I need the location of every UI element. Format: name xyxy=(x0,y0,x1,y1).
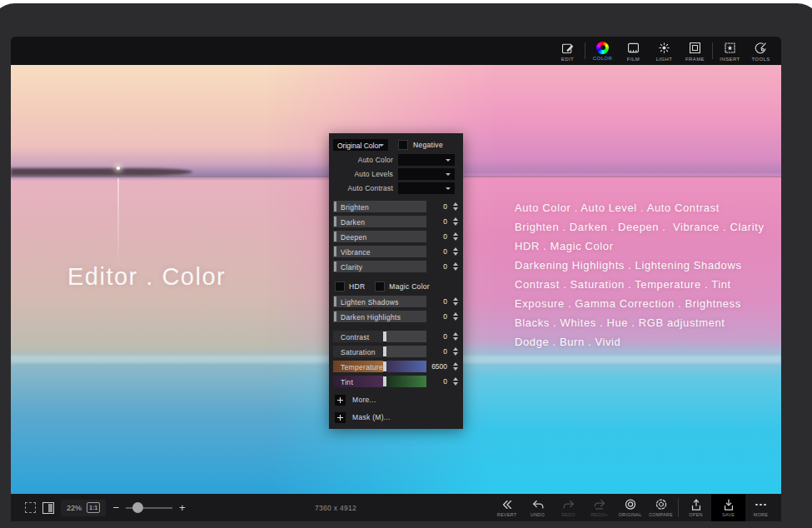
slider-value: 0 xyxy=(426,332,451,341)
split-view-icon[interactable] xyxy=(42,502,54,514)
zoom-slider-handle[interactable] xyxy=(132,502,143,513)
hdr-label: HDR xyxy=(349,282,365,291)
more-options-button[interactable]: MORE xyxy=(745,494,776,521)
revert-icon xyxy=(500,498,515,511)
auto-contrast-dropdown[interactable] xyxy=(398,182,455,194)
slider-label: Vibrance xyxy=(341,248,371,257)
temperature-slider[interactable]: Temperature xyxy=(333,361,426,372)
ellipsis-icon xyxy=(755,498,766,511)
clarity-slider[interactable]: Clarity xyxy=(333,261,426,272)
redo-plus-icon xyxy=(592,498,607,511)
contrast-slider[interactable]: Contrast xyxy=(333,331,426,342)
vibrance-stepper[interactable] xyxy=(451,247,459,256)
bottom-toolbar: 22% 1:1 − + 7360 x 4912 REVERT xyxy=(11,494,781,521)
color-adjustment-panel: Original Color Negative Auto Color Auto … xyxy=(329,133,463,429)
slider-row-clarity: Clarity 0 xyxy=(333,261,459,272)
auto-levels-dropdown[interactable] xyxy=(398,168,455,180)
tab-film[interactable]: FILM xyxy=(618,38,649,63)
deepen-stepper[interactable] xyxy=(451,232,459,241)
deepen-slider[interactable]: Deepen xyxy=(333,231,426,242)
mask-button[interactable]: Mask (M)... xyxy=(335,411,459,423)
tab-frame[interactable]: FRAME xyxy=(680,38,710,63)
tab-edit[interactable]: EDIT xyxy=(552,38,583,63)
tint-slider[interactable]: Tint xyxy=(333,376,426,387)
plus-icon xyxy=(335,412,346,423)
darken-highlights-slider[interactable]: Darken Highlights xyxy=(333,311,426,322)
undo-button[interactable]: UNDO xyxy=(522,494,553,521)
redo-plus-button[interactable]: REDO+ xyxy=(584,494,615,521)
open-button[interactable]: OPEN xyxy=(680,494,711,521)
lighten-shadows-slider[interactable]: Lighten Shadows xyxy=(333,296,426,307)
toolbar-separator xyxy=(712,42,713,59)
slider-row-saturation: Saturation 0 xyxy=(333,346,459,357)
slider-label: Tint xyxy=(341,378,353,386)
tint-stepper[interactable] xyxy=(451,377,459,386)
revert-button[interactable]: REVERT xyxy=(491,494,522,521)
compare-button[interactable]: COMPARE xyxy=(645,494,676,521)
slider-row-temperature: Temperature 6500 xyxy=(333,361,459,372)
zoom-out-button[interactable]: − xyxy=(112,502,119,513)
slider-label: Darken Highlights xyxy=(341,313,401,321)
history-export-controls: REVERT UNDO REDO xyxy=(491,494,776,521)
lighthouse-light xyxy=(117,167,120,170)
slider-label: Lighten Shadows xyxy=(341,298,399,306)
preset-dropdown[interactable]: Original Color xyxy=(333,139,388,151)
slider-row-deepen: Deepen 0 xyxy=(333,231,459,242)
redo-button[interactable]: REDO xyxy=(553,494,584,521)
auto-levels-label: Auto Levels xyxy=(333,170,398,178)
darken-stepper[interactable] xyxy=(451,217,459,226)
slider-value: 0 xyxy=(426,232,451,241)
ratio-1-1-button[interactable]: 1:1 xyxy=(87,502,100,513)
slider-row-darken: Darken 0 xyxy=(333,216,459,227)
darken-highlights-stepper[interactable] xyxy=(451,312,459,321)
zoom-chip: 22% 1:1 xyxy=(61,500,106,516)
slider-value: 6500 xyxy=(426,362,451,371)
device-frame: EDIT COLOR FILM LIGHT xyxy=(0,3,812,528)
brighten-stepper[interactable] xyxy=(451,202,459,211)
feature-line: Contrast . Saturation . Temperature . Ti… xyxy=(515,275,765,294)
zoom-in-button[interactable]: + xyxy=(179,502,186,513)
save-button[interactable]: SAVE xyxy=(711,494,745,521)
saturation-slider[interactable]: Saturation xyxy=(333,346,426,357)
saturation-stepper[interactable] xyxy=(451,347,459,356)
slider-row-lighten-shadows: Lighten Shadows 0 xyxy=(333,296,459,307)
tab-frame-label: FRAME xyxy=(685,57,705,62)
slider-label: Temperature xyxy=(341,363,383,371)
feature-line: HDR . Magic Color xyxy=(515,237,765,256)
auto-color-dropdown[interactable] xyxy=(398,154,455,166)
temperature-stepper[interactable] xyxy=(451,362,459,371)
film-icon xyxy=(626,41,640,55)
more-button[interactable]: More... xyxy=(335,394,459,406)
clarity-stepper[interactable] xyxy=(451,262,459,271)
slider-value: 0 xyxy=(426,312,451,321)
frame-icon xyxy=(688,41,702,55)
tab-insert[interactable]: INSERT xyxy=(715,38,745,63)
darken-slider[interactable]: Darken xyxy=(333,216,426,227)
feature-line: Dodge . Burn . Vivid xyxy=(515,332,765,351)
tab-tools-label: TOOLS xyxy=(751,57,770,62)
contrast-stepper[interactable] xyxy=(451,332,459,341)
watermark-title: Editor . Color xyxy=(67,263,226,291)
palette-icon xyxy=(754,41,768,55)
tab-color[interactable]: COLOR xyxy=(587,38,618,63)
slider-label: Brighten xyxy=(341,203,369,212)
hdr-checkbox[interactable] xyxy=(335,281,345,291)
negative-checkbox[interactable] xyxy=(398,140,408,150)
marquee-selection-icon[interactable] xyxy=(25,502,36,513)
lighten-shadows-stepper[interactable] xyxy=(451,297,459,306)
tab-light[interactable]: LIGHT xyxy=(649,38,680,63)
slider-label: Deepen xyxy=(341,233,367,242)
auto-color-label: Auto Color xyxy=(333,156,398,164)
photo-canvas[interactable]: Editor . Color Auto Color . Auto Level .… xyxy=(11,65,781,494)
toolbar-separator xyxy=(678,498,679,517)
tab-tools[interactable]: TOOLS xyxy=(745,38,776,63)
feature-line: Auto Color . Auto Level . Auto Contrast xyxy=(515,198,765,217)
slider-value: 0 xyxy=(426,262,451,271)
slider-row-contrast: Contrast 0 xyxy=(333,331,459,342)
magic-color-checkbox[interactable] xyxy=(375,281,385,291)
vibrance-slider[interactable]: Vibrance xyxy=(333,246,426,257)
slider-row-brighten: Brighten 0 xyxy=(333,201,459,212)
brighten-slider[interactable]: Brighten xyxy=(333,201,426,212)
zoom-slider[interactable] xyxy=(126,507,172,509)
original-button[interactable]: ORIGINAL xyxy=(615,494,645,521)
